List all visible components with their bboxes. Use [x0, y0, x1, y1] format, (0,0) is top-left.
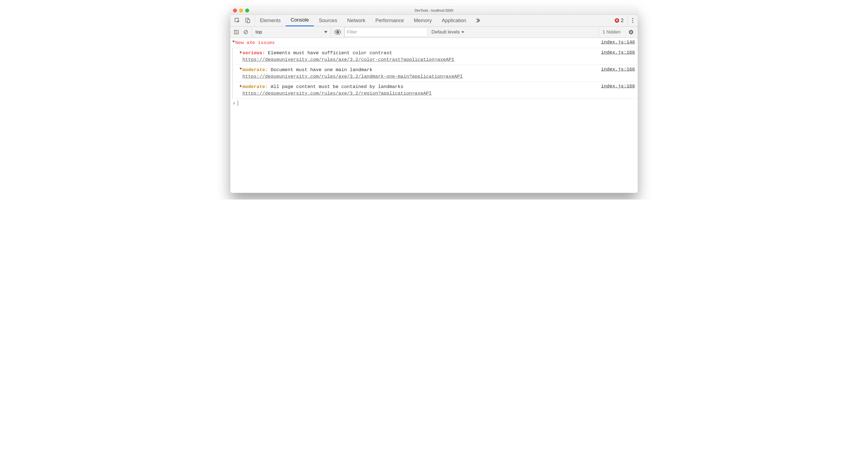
group-title: New aXe issues [235, 40, 275, 45]
live-expression-icon[interactable] [334, 29, 341, 35]
minimize-window-button[interactable] [239, 8, 243, 12]
source-link[interactable]: index.js:166 [597, 83, 635, 89]
source-link[interactable]: index.js:166 [597, 66, 635, 72]
disclosure-triangle[interactable] [239, 83, 243, 88]
chevron-down-icon [232, 41, 235, 42]
clear-console-icon[interactable] [243, 29, 249, 35]
more-tabs-button[interactable] [471, 15, 485, 26]
context-label: top [255, 29, 262, 35]
console-settings-button[interactable] [624, 29, 638, 35]
console-entry[interactable]: moderate: Document must have one main la… [235, 65, 638, 82]
console-prompt[interactable]: › [230, 99, 638, 107]
console-group-header[interactable]: New aXe issues index.js:146 [230, 38, 638, 48]
log-levels-selector[interactable]: Default levels [428, 29, 468, 35]
chevron-right-icon [240, 51, 242, 54]
show-console-sidebar-icon[interactable] [234, 29, 239, 35]
console-entry[interactable]: serious: Elements must have sufficient c… [235, 48, 638, 65]
entry-message: Document must have one main landmark [271, 67, 372, 72]
svg-marker-5 [237, 32, 238, 33]
hidden-messages-label[interactable]: 1 hidden [598, 27, 624, 38]
entry-url[interactable]: https://dequeuniversity.com/rules/axe/3.… [243, 74, 463, 79]
toggle-device-toolbar-icon[interactable] [245, 18, 251, 24]
tab-performance[interactable]: Performance [370, 15, 409, 26]
source-link[interactable]: index.js:146 [597, 39, 635, 45]
disclosure-triangle[interactable] [239, 49, 243, 54]
tab-elements[interactable]: Elements [255, 15, 286, 26]
tab-network[interactable]: Network [342, 15, 370, 26]
disclosure-triangle[interactable] [239, 66, 243, 70]
svg-line-7 [245, 31, 247, 33]
error-count-value: 2 [621, 18, 624, 24]
inspect-element-icon[interactable] [234, 18, 240, 24]
console-toolbar: top Default levels 1 hidden [230, 27, 638, 38]
prompt-chevron-icon: › [232, 100, 236, 106]
console-output: New aXe issues index.js:146 serious: Ele… [230, 38, 638, 193]
chevron-down-icon [324, 31, 328, 33]
devtools-menu-button[interactable] [627, 15, 638, 26]
window-title: DevTools - localhost:3000/ [230, 8, 638, 12]
filter-input[interactable] [345, 28, 428, 36]
entry-url[interactable]: https://dequeuniversity.com/rules/axe/3.… [243, 57, 454, 62]
gear-icon [628, 29, 634, 35]
panel-tabs: ElementsConsoleSourcesNetworkPerformance… [230, 15, 638, 27]
devtools-window: DevTools - localhost:3000/ ElementsConso… [230, 7, 638, 193]
execution-context-selector[interactable]: top [255, 29, 328, 35]
severity-label: moderate: [243, 67, 271, 72]
svg-rect-2 [247, 19, 250, 23]
tab-memory[interactable]: Memory [409, 15, 437, 26]
svg-point-8 [336, 31, 339, 33]
console-entry[interactable]: moderate: All page content must be conta… [235, 82, 638, 99]
titlebar: DevTools - localhost:3000/ [230, 7, 638, 15]
severity-label: moderate: [243, 84, 271, 89]
svg-rect-3 [235, 30, 239, 34]
source-link[interactable]: index.js:166 [597, 49, 635, 55]
entry-url[interactable]: https://dequeuniversity.com/rules/axe/3.… [243, 91, 432, 96]
error-icon: ✕ [615, 18, 619, 23]
tab-console[interactable]: Console [286, 15, 314, 26]
entry-message: All page content must be contained by la… [271, 84, 403, 89]
chevron-down-icon [240, 68, 242, 70]
chevron-right-icon [240, 85, 242, 88]
entry-message: Elements must have sufficient color cont… [268, 50, 392, 56]
disclosure-triangle[interactable] [232, 39, 235, 42]
chevron-down-icon [461, 31, 464, 33]
zoom-window-button[interactable] [245, 8, 249, 12]
window-controls [230, 8, 249, 12]
error-count[interactable]: ✕ 2 [611, 15, 627, 26]
tab-application[interactable]: Application [437, 15, 471, 26]
kebab-icon [632, 18, 633, 23]
close-window-button[interactable] [233, 8, 237, 12]
filter-field[interactable] [345, 28, 428, 36]
tab-sources[interactable]: Sources [314, 15, 342, 26]
severity-label: serious: [243, 50, 268, 56]
levels-label: Default levels [432, 29, 460, 35]
